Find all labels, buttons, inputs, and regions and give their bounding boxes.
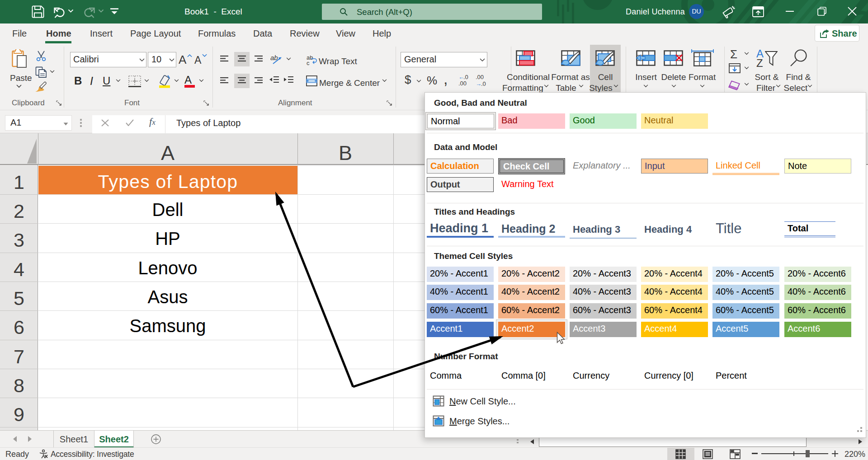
svg-text:c: c (307, 60, 310, 66)
